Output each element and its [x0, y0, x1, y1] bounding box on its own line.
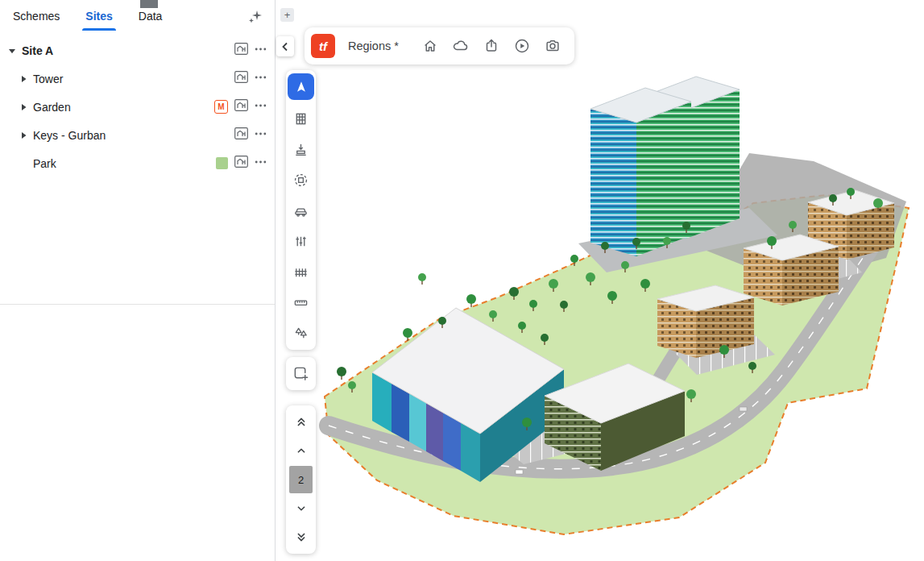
tab-schemes[interactable]: Schemes: [11, 2, 61, 31]
tree-item-label: Tower: [33, 73, 234, 85]
plus-icon: +: [284, 9, 291, 21]
level-controls: 2: [286, 405, 316, 554]
tree-item-label: Site A: [22, 44, 234, 57]
building-preview-icon[interactable]: [234, 99, 248, 114]
building-tool-button[interactable]: [286, 103, 316, 134]
play-button[interactable]: [507, 31, 537, 61]
select-tool-icon: [294, 80, 309, 94]
home-button[interactable]: [415, 31, 445, 61]
tan-building-2[interactable]: [744, 235, 839, 305]
trees-tool-button[interactable]: [286, 318, 316, 348]
export-button[interactable]: [476, 31, 507, 61]
home-icon: [421, 37, 439, 55]
row-menu-icon[interactable]: [255, 44, 267, 58]
orbit-tool-icon: [293, 172, 309, 188]
panel-divider: [0, 304, 275, 305]
level-bottom-button[interactable]: [286, 523, 316, 552]
row-menu-icon[interactable]: [255, 128, 267, 143]
car-tool-icon: [293, 203, 309, 218]
camera-button[interactable]: [537, 31, 568, 61]
play-icon: [513, 37, 531, 55]
ai-sparkle-icon[interactable]: [247, 9, 263, 28]
building-tool-icon: [293, 111, 309, 127]
row-menu-icon[interactable]: [255, 72, 267, 86]
site-tree: Site A Tower: [0, 31, 275, 177]
color-swatch: [216, 157, 228, 169]
sliders-tool-button[interactable]: [286, 226, 316, 256]
add-tab-button[interactable]: +: [280, 8, 294, 22]
fence-tool-button[interactable]: [286, 256, 316, 287]
row-menu-icon[interactable]: [255, 100, 267, 114]
ruler-tool-button[interactable]: [286, 287, 316, 318]
tree-item-keys-gurban[interactable]: Keys - Gurban: [0, 121, 275, 149]
level-indicator[interactable]: 2: [289, 466, 313, 493]
sliders-tool-icon: [293, 234, 309, 249]
cloud-sync-button[interactable]: [445, 31, 476, 61]
status-badge: M: [214, 100, 228, 114]
collapse-panel-icon: [280, 41, 291, 52]
app-logo[interactable]: tf: [311, 34, 335, 58]
caret-down-icon[interactable]: [6, 47, 18, 55]
building-preview-icon[interactable]: [234, 156, 248, 171]
stamp-tool-icon: [293, 142, 309, 157]
ruler-tool-icon: [293, 295, 309, 310]
building-preview-icon[interactable]: [234, 43, 248, 58]
caret-right-icon[interactable]: [18, 131, 29, 139]
export-icon: [483, 37, 500, 55]
select-tool-button[interactable]: [288, 73, 314, 100]
chevron-up-icon: [294, 443, 309, 458]
chevron-down-icon: [294, 501, 309, 516]
level-up-button[interactable]: [286, 436, 316, 465]
double-chevron-down-icon: [294, 530, 309, 545]
cloud-icon: [452, 37, 470, 55]
double-chevron-up-icon: [294, 414, 309, 429]
stamp-tool-button[interactable]: [286, 134, 316, 164]
caret-right-icon[interactable]: [18, 103, 29, 111]
building-preview-icon[interactable]: [234, 71, 248, 86]
tab-sites[interactable]: Sites: [84, 2, 114, 31]
tan-building-3[interactable]: [657, 285, 754, 358]
tab-bar: Schemes Sites Data: [0, 0, 275, 31]
tool-palette: [286, 70, 316, 350]
scrollbar-thumb[interactable]: [140, 0, 158, 8]
tree-item-garden[interactable]: Garden M: [0, 93, 275, 121]
row-menu-icon[interactable]: [255, 156, 267, 171]
car-tool-button[interactable]: [286, 195, 316, 226]
add-region-icon: [292, 365, 309, 382]
collapse-panel-button[interactable]: [276, 36, 294, 56]
tree-item-label: Garden: [33, 101, 214, 114]
tree-item-site-a[interactable]: Site A: [0, 36, 275, 64]
tree-item-label: Keys - Gurban: [33, 129, 234, 142]
left-panel: Schemes Sites Data Site A: [0, 0, 276, 561]
scheme-title: Regions *: [348, 39, 399, 52]
add-region-button[interactable]: [286, 357, 316, 390]
trees-tool-icon: [293, 326, 309, 341]
fence-tool-icon: [293, 264, 309, 280]
viewport-toolbar: tf Regions *: [305, 27, 574, 64]
tree-item-label: Park: [33, 157, 216, 170]
level-top-button[interactable]: [286, 407, 316, 436]
building-preview-icon[interactable]: [234, 127, 248, 143]
camera-icon: [544, 37, 561, 55]
tree-item-tower[interactable]: Tower: [0, 64, 275, 93]
caret-right-icon[interactable]: [18, 75, 29, 83]
orbit-tool-button[interactable]: [286, 164, 316, 195]
level-down-button[interactable]: [286, 494, 316, 523]
tree-item-park[interactable]: Park: [0, 149, 275, 177]
